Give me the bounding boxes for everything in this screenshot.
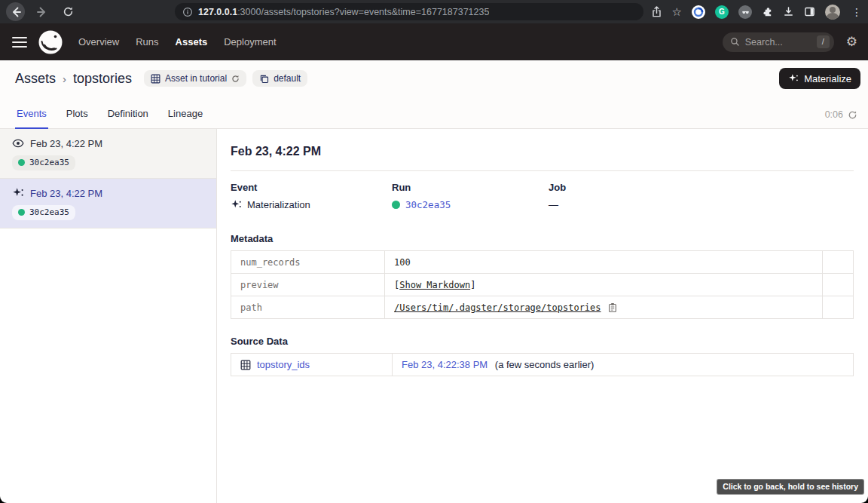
extensions-puzzle-icon[interactable]: [762, 6, 773, 17]
reload-badge-icon[interactable]: [231, 75, 240, 83]
metadata-value: 100: [385, 251, 823, 274]
metadata-table: num_records 100 preview [Show Markdown] …: [231, 250, 854, 319]
refresh-icon[interactable]: [848, 110, 857, 120]
metadata-key: path: [231, 296, 385, 319]
asset-group-label: Asset in tutorial: [165, 73, 227, 84]
run-status-dot: [18, 159, 25, 166]
url-path: :3000/assets/topstories?view=events&time…: [237, 7, 489, 17]
asset-page-header: Assets › topstories Asset in tutorial de…: [0, 60, 868, 97]
materialization-sparkle-icon: [12, 187, 24, 199]
event-label: Event: [231, 182, 392, 193]
event-list-item-observation[interactable]: Feb 23, 4:22 PM 30c2ea35: [0, 129, 216, 179]
goggles-extension-icon[interactable]: [738, 5, 752, 19]
run-id: 30c2ea35: [29, 207, 69, 217]
event-list-sidebar: Feb 23, 4:22 PM 30c2ea35 Feb 23, 4:22 PM…: [0, 129, 217, 503]
job-empty-value: —: [549, 199, 558, 210]
app-nav: Overview Runs Assets Deployment Search..…: [0, 23, 868, 60]
nav-item-deployment[interactable]: Deployment: [224, 36, 276, 48]
refresh-countdown: 0:06: [825, 109, 843, 120]
browser-back-button[interactable]: [6, 2, 25, 21]
browser-chrome: 127.0.0.1:3000/assets/topstories?view=ev…: [0, 0, 868, 23]
materialize-button[interactable]: Materialize: [779, 68, 860, 89]
event-detail-pane: Feb 23, 4:22 PM Event Materialization Ru…: [218, 129, 868, 503]
job-column: Job —: [549, 182, 710, 210]
metadata-actions-cell: [823, 251, 854, 274]
bookmark-star-icon[interactable]: ☆: [672, 6, 682, 17]
hamburger-menu-icon[interactable]: [12, 37, 27, 48]
run-id-pill[interactable]: 30c2ea35: [12, 205, 75, 220]
window-corner: [861, 496, 868, 503]
tab-lineage[interactable]: Lineage: [167, 108, 204, 128]
asset-group-badge[interactable]: Asset in tutorial: [144, 70, 246, 87]
url-host: 127.0.0.1: [198, 7, 237, 17]
breadcrumb-assets-link[interactable]: Assets: [15, 71, 56, 87]
breadcrumb: Assets › topstories: [15, 71, 132, 87]
asset-name: topstories: [73, 71, 132, 87]
run-id: 30c2ea35: [29, 158, 69, 167]
reload-icon: [63, 6, 74, 17]
materialize-label: Materialize: [804, 73, 851, 84]
partition-default-label: default: [274, 73, 301, 84]
metadata-value: [Show Markdown]: [385, 274, 823, 296]
nav-item-assets[interactable]: Assets: [176, 36, 208, 48]
back-arrow-icon: [10, 6, 22, 18]
source-timestamp-link[interactable]: Feb 23, 4:22:38 PM: [402, 359, 487, 370]
event-timestamp: Feb 23, 4:22 PM: [30, 188, 102, 199]
metadata-heading: Metadata: [231, 233, 854, 244]
tab-definition[interactable]: Definition: [106, 108, 150, 128]
tab-plots[interactable]: Plots: [65, 108, 90, 128]
dagster-logo[interactable]: [38, 29, 63, 55]
back-history-tooltip: Click to go back, hold to see history: [717, 479, 864, 495]
metadata-actions-cell: [823, 296, 854, 319]
copy-icon: [259, 74, 269, 84]
profile-avatar[interactable]: [825, 5, 840, 20]
source-timestamp-note: (a few seconds earlier): [495, 359, 594, 370]
event-type-value: Materialization: [247, 199, 310, 210]
browser-reload-button[interactable]: [59, 2, 78, 21]
run-column: Run 30c2ea35: [392, 182, 549, 210]
run-id-pill[interactable]: 30c2ea35: [12, 155, 75, 170]
event-detail-title: Feb 23, 4:22 PM: [231, 145, 854, 158]
show-markdown-link[interactable]: Show Markdown: [399, 280, 470, 290]
url-text: 127.0.0.1:3000/assets/topstories?view=ev…: [198, 7, 489, 17]
metadata-key: preview: [231, 274, 385, 296]
global-search-input[interactable]: Search... /: [723, 32, 834, 52]
grammarly-icon[interactable]: G: [715, 5, 729, 19]
sparkle-icon: [788, 73, 799, 84]
event-list-item-materialization[interactable]: Feb 23, 4:22 PM 30c2ea35: [0, 179, 216, 228]
browser-forward-button[interactable]: [32, 2, 51, 21]
site-info-icon[interactable]: [182, 7, 193, 17]
job-label: Job: [549, 182, 710, 193]
run-status-dot: [392, 201, 400, 209]
run-id-link[interactable]: 30c2ea35: [405, 199, 451, 210]
grid-icon: [240, 360, 251, 370]
asset-tabs: Events Plots Definition Lineage 0:06: [0, 97, 868, 129]
partition-default-badge[interactable]: default: [252, 70, 307, 87]
source-asset-link[interactable]: topstory_ids: [240, 359, 383, 370]
metadata-actions-cell: [823, 274, 854, 296]
browser-menu-icon[interactable]: ⋮: [850, 7, 863, 17]
settings-gear-icon[interactable]: ⚙: [846, 35, 857, 48]
run-label: Run: [392, 182, 549, 193]
extension-blue-icon[interactable]: [692, 5, 705, 19]
table-row: preview [Show Markdown]: [231, 274, 854, 296]
refresh-timer: 0:06: [825, 109, 857, 120]
search-placeholder: Search...: [745, 37, 811, 48]
nav-item-runs[interactable]: Runs: [136, 36, 158, 48]
nav-item-overview[interactable]: Overview: [78, 36, 119, 48]
source-data-table: topstory_ids Feb 23, 4:22:38 PM (a few s…: [231, 353, 854, 376]
downloads-icon[interactable]: [783, 6, 794, 17]
search-icon: [730, 37, 740, 47]
run-status-dot: [18, 209, 25, 216]
side-panel-icon[interactable]: [804, 6, 815, 17]
divider: [231, 170, 854, 171]
source-asset-name: topstory_ids: [257, 359, 310, 370]
address-bar[interactable]: 127.0.0.1:3000/assets/topstories?view=ev…: [175, 3, 643, 20]
tab-events[interactable]: Events: [15, 108, 48, 128]
asset-events-content: Feb 23, 4:22 PM 30c2ea35 Feb 23, 4:22 PM…: [0, 129, 868, 503]
event-timestamp: Feb 23, 4:22 PM: [30, 138, 102, 149]
share-icon[interactable]: [651, 5, 662, 18]
path-link[interactable]: /Users/tim/.dagster/storage/topstories: [394, 302, 601, 313]
metadata-key: num_records: [231, 251, 385, 274]
clipboard-copy-icon[interactable]: [607, 302, 618, 313]
